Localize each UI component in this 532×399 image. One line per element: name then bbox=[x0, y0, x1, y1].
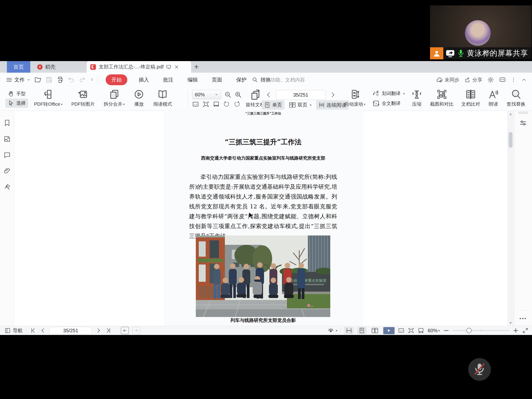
new-tab-button[interactable]: + bbox=[194, 61, 199, 73]
search-bar[interactable] bbox=[252, 73, 330, 87]
fit-page-icon[interactable] bbox=[202, 101, 209, 108]
zoom-slider[interactable] bbox=[453, 327, 509, 334]
actual-size-icon[interactable]: 1:1 bbox=[192, 101, 199, 108]
prev-page-icon[interactable] bbox=[266, 92, 272, 98]
slideshow-play-button[interactable] bbox=[383, 327, 395, 334]
select-tool-button[interactable]: 选择 bbox=[5, 99, 28, 108]
fit-width-icon[interactable] bbox=[418, 327, 424, 334]
status-single-page-toggle[interactable] bbox=[357, 327, 366, 334]
scroll-up-arrow[interactable]: ▲ bbox=[507, 112, 514, 116]
tab-close-icon[interactable] bbox=[174, 64, 179, 70]
next-page-icon[interactable] bbox=[95, 327, 102, 334]
photo-wall-sign-text: 牵引动力国家重点实验室 bbox=[286, 278, 327, 283]
tab-display-icon[interactable] bbox=[166, 64, 172, 70]
save-icon[interactable] bbox=[45, 76, 53, 83]
history-back-button[interactable] bbox=[121, 327, 129, 334]
panel-drag-handle[interactable] bbox=[518, 112, 528, 112]
print-icon[interactable] bbox=[56, 76, 64, 83]
thumbnails-icon[interactable] bbox=[3, 135, 11, 143]
attachments-icon[interactable] bbox=[3, 167, 11, 175]
scrollbar-thumb[interactable] bbox=[509, 132, 513, 148]
zoom-decrease-icon[interactable] bbox=[443, 328, 449, 333]
redo-icon[interactable] bbox=[79, 76, 86, 83]
bookmarks-icon[interactable] bbox=[3, 119, 11, 127]
search-input[interactable] bbox=[260, 77, 330, 83]
split-merge-button[interactable]: 拆分合并▾ bbox=[104, 89, 125, 107]
share-button[interactable]: 分享 bbox=[464, 77, 482, 83]
vertical-scrollbar[interactable]: ▲ ▼ bbox=[507, 111, 514, 326]
compress-button[interactable]: 压缩 bbox=[411, 89, 422, 107]
tab-document-title: 支部工作法汇总-...-终定稿.pdf bbox=[99, 64, 164, 70]
file-menu[interactable]: 文件 bbox=[6, 76, 31, 83]
pdf-to-office-button[interactable]: W PDF转Office▾ bbox=[34, 89, 63, 107]
full-translate-button[interactable]: a 全文翻译 bbox=[372, 100, 405, 107]
previous-page-icon[interactable] bbox=[40, 327, 46, 334]
tab-insert[interactable]: 插入 bbox=[139, 76, 149, 83]
zoom-increase-icon[interactable] bbox=[513, 328, 519, 333]
settings-gear-icon[interactable] bbox=[487, 76, 494, 83]
history-forward-button[interactable] bbox=[132, 327, 140, 334]
pdf-to-image-button[interactable]: PDF转图片 bbox=[71, 89, 95, 107]
panel-drag-handle[interactable] bbox=[518, 113, 528, 114]
eye-protection-button[interactable]: ▾ bbox=[328, 327, 337, 334]
read-mode-label: 阅读模式 bbox=[153, 101, 172, 107]
zoom-out-icon[interactable] bbox=[224, 91, 232, 98]
feedback-chat-icon[interactable] bbox=[499, 76, 506, 83]
signature-icon[interactable] bbox=[3, 183, 11, 191]
open-file-icon[interactable] bbox=[34, 76, 42, 83]
undo-icon[interactable] bbox=[67, 76, 75, 83]
zoom-in-icon[interactable] bbox=[234, 91, 242, 98]
svg-text:a: a bbox=[375, 102, 377, 105]
more-quick-tools-icon[interactable] bbox=[90, 78, 94, 82]
read-mode-button[interactable]: 阅读模式 bbox=[153, 89, 172, 107]
tab-page[interactable]: 页面 bbox=[212, 76, 222, 83]
status-continuous-toggle[interactable] bbox=[344, 327, 354, 334]
page-indicator-box[interactable]: 35/251 bbox=[276, 90, 326, 100]
tab-home[interactable]: 首页 bbox=[7, 61, 30, 73]
cursor-icon bbox=[8, 100, 14, 106]
screenshot-compare-button[interactable]: 截图和对比 bbox=[430, 89, 453, 107]
word-translate-button[interactable]: a中 划词翻译 ▾ bbox=[372, 90, 405, 97]
last-page-icon[interactable] bbox=[105, 327, 112, 334]
read-aloud-button[interactable]: 朗读 bbox=[488, 89, 499, 107]
more-menu-icon[interactable] bbox=[511, 77, 516, 83]
status-page-indicator-box[interactable]: 35/251 bbox=[50, 327, 92, 334]
zoom-slider-knob[interactable] bbox=[466, 328, 472, 333]
tab-docer[interactable]: 稻壳 bbox=[30, 61, 62, 73]
double-page-toggle[interactable]: 双页 ▾ bbox=[286, 100, 314, 110]
tab-start[interactable]: 开始 bbox=[106, 74, 127, 85]
more-tools-icon[interactable]: ••• bbox=[514, 316, 532, 321]
auto-scroll-button[interactable]: 自动滚动▾ bbox=[344, 89, 366, 107]
fit-width-icon[interactable] bbox=[213, 101, 220, 108]
actual-size-icon[interactable]: 1:1 bbox=[398, 327, 404, 334]
doc-compare-button[interactable]: 文档比对 bbox=[461, 89, 480, 107]
scroll-down-arrow[interactable]: ▼ bbox=[507, 321, 514, 325]
collapse-ribbon-icon[interactable] bbox=[521, 77, 527, 83]
tab-document[interactable]: 支部工作法汇总-...-终定稿.pdf bbox=[87, 61, 191, 73]
mic-muted-button[interactable] bbox=[468, 358, 491, 381]
rotate-right-icon[interactable] bbox=[233, 101, 240, 108]
play-triangle-icon bbox=[387, 329, 391, 332]
hand-tool-button[interactable]: 手型 bbox=[5, 89, 28, 99]
tab-comment[interactable]: 批注 bbox=[163, 76, 173, 83]
compress-icon bbox=[411, 89, 422, 100]
rotate-left-icon[interactable] bbox=[223, 101, 230, 108]
fit-page-icon[interactable] bbox=[408, 327, 414, 334]
status-zoom-select[interactable]: 60% ▾ bbox=[428, 328, 440, 333]
sync-status[interactable]: 未同步 bbox=[436, 76, 459, 83]
next-page-icon[interactable] bbox=[330, 92, 336, 98]
screenshot-compare-label: 截图和对比 bbox=[430, 101, 453, 107]
find-replace-button[interactable]: 查找替换 bbox=[507, 89, 525, 107]
comments-icon[interactable] bbox=[3, 151, 11, 159]
play-button[interactable]: 播放 bbox=[133, 89, 144, 107]
zoom-select[interactable]: 60% bbox=[192, 90, 221, 99]
fullscreen-icon[interactable] bbox=[522, 327, 529, 334]
tab-protect[interactable]: 保护 bbox=[236, 76, 247, 83]
adjust-sliders-icon[interactable] bbox=[519, 119, 527, 127]
tab-edit[interactable]: 编辑 bbox=[187, 76, 198, 83]
navigation-button[interactable]: 导航 bbox=[4, 327, 23, 334]
first-page-icon[interactable] bbox=[30, 327, 36, 334]
single-page-toggle[interactable]: 单页 bbox=[262, 100, 284, 110]
status-double-page-toggle[interactable] bbox=[370, 327, 380, 334]
continuous-read-toggle[interactable]: 连续阅读 bbox=[316, 100, 349, 110]
